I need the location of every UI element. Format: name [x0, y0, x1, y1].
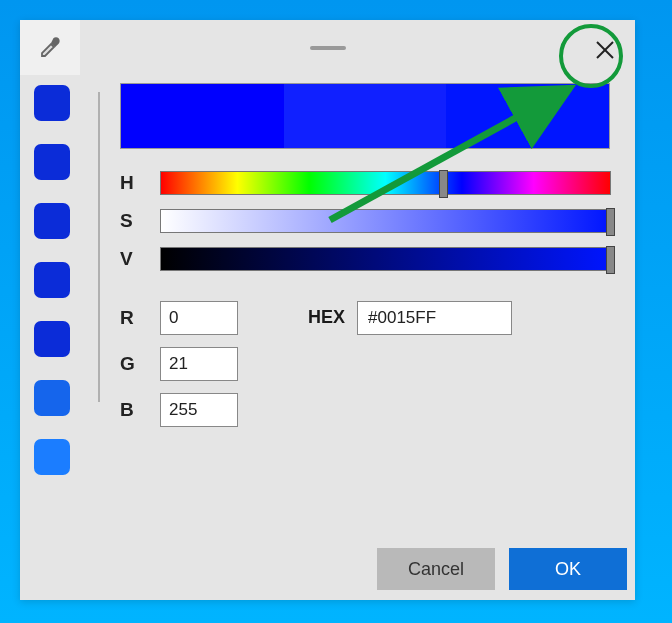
val-thumb[interactable]	[606, 246, 615, 274]
ok-button[interactable]: OK	[509, 548, 627, 590]
preview-old	[121, 84, 284, 148]
main-panel: H S V R	[90, 75, 631, 475]
sat-slider[interactable]	[160, 209, 611, 233]
cancel-button[interactable]: Cancel	[377, 548, 495, 590]
color-picker-dialog: H S V R	[20, 20, 635, 600]
swatch-3[interactable]	[34, 262, 70, 298]
g-label: G	[120, 353, 160, 375]
b-input[interactable]	[160, 393, 238, 427]
val-label: V	[120, 248, 160, 270]
close-button[interactable]	[581, 26, 629, 74]
swatch-1[interactable]	[34, 144, 70, 180]
recent-swatches	[20, 75, 90, 475]
eyedropper-button[interactable]	[20, 20, 80, 75]
hex-input[interactable]	[357, 301, 512, 335]
sat-label: S	[120, 210, 160, 232]
g-input[interactable]	[160, 347, 238, 381]
r-input[interactable]	[160, 301, 238, 335]
b-label: B	[120, 399, 160, 421]
swatch-0[interactable]	[34, 85, 70, 121]
preview-new	[446, 84, 609, 148]
swatch-2[interactable]	[34, 203, 70, 239]
sat-thumb[interactable]	[606, 208, 615, 236]
hue-thumb[interactable]	[439, 170, 448, 198]
eyedropper-icon	[38, 36, 62, 60]
hue-slider[interactable]	[160, 171, 611, 195]
hue-label: H	[120, 172, 160, 194]
swatch-5[interactable]	[34, 380, 70, 416]
close-icon	[595, 40, 615, 60]
preview-mid	[284, 84, 447, 148]
swatch-4[interactable]	[34, 321, 70, 357]
swatch-6[interactable]	[34, 439, 70, 475]
val-slider[interactable]	[160, 247, 611, 271]
color-preview[interactable]	[120, 83, 610, 149]
titlebar	[20, 20, 635, 75]
hex-label: HEX	[308, 301, 345, 328]
r-label: R	[120, 307, 160, 329]
window-grip[interactable]	[310, 46, 346, 50]
